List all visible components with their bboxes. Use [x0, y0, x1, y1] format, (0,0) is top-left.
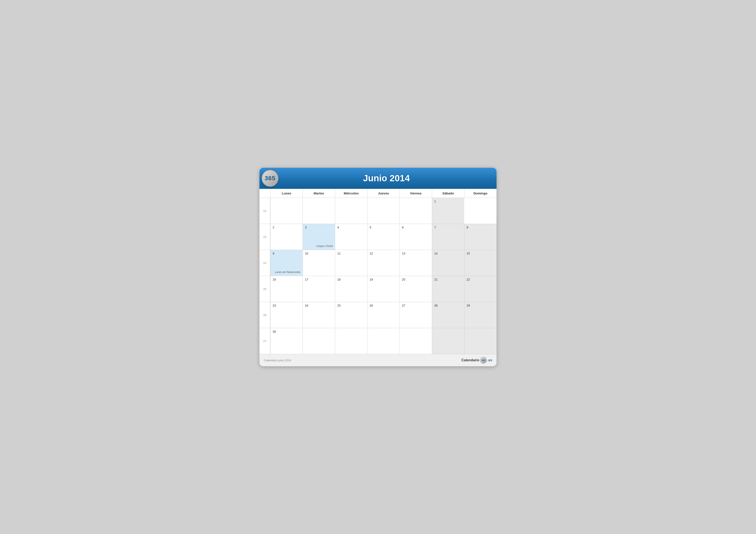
- day-number-w1-d2: 4: [337, 226, 365, 229]
- day-cell-w2-d2[interactable]: 11: [335, 250, 367, 276]
- week-number-2: 24: [259, 250, 270, 276]
- day-cell-w4-d4[interactable]: 27: [399, 302, 432, 328]
- day-header-jueves: Jueves: [367, 189, 399, 198]
- footer-tld: .es: [487, 358, 492, 362]
- week-number-1: 23: [259, 224, 270, 250]
- day-number-w2-d4: 13: [402, 252, 430, 255]
- day-cell-w5-d1[interactable]: [303, 328, 335, 354]
- day-header-lunes: Lunes: [270, 189, 303, 198]
- day-number-w4-d2: 25: [337, 304, 365, 307]
- day-cell-w4-d0[interactable]: 23: [270, 302, 303, 328]
- day-headers-row: Lunes Martes Miércoles Jueves Viernes Sá…: [259, 189, 497, 198]
- day-cell-w5-d3[interactable]: [367, 328, 399, 354]
- footer-logo: 365: [480, 357, 487, 364]
- day-cell-w0-d2[interactable]: [335, 198, 367, 224]
- day-number-w3-d3: 19: [369, 278, 397, 281]
- day-cell-w2-d6[interactable]: 15: [464, 250, 497, 276]
- day-cell-w1-d1[interactable]: 3Corpus Christi: [303, 224, 335, 250]
- day-number-w2-d0: 9: [273, 252, 300, 255]
- day-cell-w0-d1[interactable]: [303, 198, 335, 224]
- day-number-w4-d3: 26: [369, 304, 397, 307]
- day-cell-w1-d0[interactable]: 2: [270, 224, 303, 250]
- day-cell-w0-d3[interactable]: [367, 198, 399, 224]
- day-number-w0-d5: 1: [434, 200, 462, 203]
- day-cell-w5-d5[interactable]: [432, 328, 464, 354]
- day-cell-w2-d3[interactable]: 12: [367, 250, 399, 276]
- day-cell-w0-d0[interactable]: [270, 198, 303, 224]
- day-cell-w5-d4[interactable]: [399, 328, 432, 354]
- week-row-4: 2623242526272829: [259, 302, 497, 328]
- day-cell-w3-d3[interactable]: 19: [367, 276, 399, 302]
- day-cell-w4-d2[interactable]: 25: [335, 302, 367, 328]
- day-cell-w2-d5[interactable]: 14: [432, 250, 464, 276]
- calendar-title: Junio 2014: [283, 173, 490, 184]
- day-number-w3-d0: 16: [273, 278, 300, 281]
- day-cell-w3-d2[interactable]: 18: [335, 276, 367, 302]
- day-number-w4-d5: 28: [434, 304, 462, 307]
- day-number-w3-d1: 17: [305, 278, 333, 281]
- week-number-3: 25: [259, 276, 270, 302]
- footer-label: Calendario junio 2014: [264, 359, 291, 362]
- week-number-4: 26: [259, 302, 270, 328]
- day-cell-w2-d0[interactable]: 9Lunes de Pentecostés: [270, 250, 303, 276]
- day-number-w2-d6: 15: [467, 252, 494, 255]
- day-cell-w5-d6[interactable]: [464, 328, 497, 354]
- calendar-container: 365 Junio 2014 Lunes Martes Miércoles Ju…: [259, 168, 497, 366]
- day-number-w4-d0: 23: [273, 304, 300, 307]
- day-cell-w1-d2[interactable]: 4: [335, 224, 367, 250]
- day-number-w3-d4: 20: [402, 278, 430, 281]
- week-row-0: 221: [259, 198, 497, 224]
- week-row-1: 2323Corpus Christi45678: [259, 224, 497, 250]
- day-number-w3-d2: 18: [337, 278, 365, 281]
- day-number-w2-d1: 10: [305, 252, 333, 255]
- logo-circle: 365: [262, 170, 279, 187]
- day-cell-w0-d5[interactable]: 1: [432, 198, 464, 224]
- logo-text: 365: [265, 175, 275, 182]
- day-cell-w5-d0[interactable]: 30: [270, 328, 303, 354]
- day-cell-w1-d4[interactable]: 6: [399, 224, 432, 250]
- day-cell-w3-d0[interactable]: 16: [270, 276, 303, 302]
- calendar-footer: Calendario junio 2014 Calendario 365 .es: [259, 354, 497, 366]
- week-row-2: 249Lunes de Pentecostés101112131415: [259, 250, 497, 276]
- day-number-w4-d4: 27: [402, 304, 430, 307]
- day-cell-w1-d6[interactable]: 8: [464, 224, 497, 250]
- calendar-body: Lunes Martes Miércoles Jueves Viernes Sá…: [259, 189, 497, 354]
- footer-brand: Calendario 365 .es: [461, 357, 492, 364]
- day-number-w1-d4: 6: [402, 226, 430, 229]
- day-cell-w2-d1[interactable]: 10: [303, 250, 335, 276]
- day-cell-w3-d6[interactable]: 22: [464, 276, 497, 302]
- day-number-w3-d5: 21: [434, 278, 462, 281]
- day-number-w4-d1: 24: [305, 304, 333, 307]
- calendar-header: 365 Junio 2014: [259, 168, 497, 189]
- day-header-martes: Martes: [303, 189, 335, 198]
- week-num-header-spacer: [259, 189, 270, 198]
- day-cell-w4-d1[interactable]: 24: [303, 302, 335, 328]
- day-event-w1-d1: Corpus Christi: [316, 244, 333, 248]
- day-cell-w5-d2[interactable]: [335, 328, 367, 354]
- day-cell-w4-d6[interactable]: 29: [464, 302, 497, 328]
- day-number-w1-d5: 7: [434, 226, 462, 229]
- week-row-5: 2730: [259, 328, 497, 354]
- day-cell-w4-d3[interactable]: 26: [367, 302, 399, 328]
- day-cell-w1-d5[interactable]: 7: [432, 224, 464, 250]
- day-cell-w3-d4[interactable]: 20: [399, 276, 432, 302]
- day-header-sabado: Sábado: [432, 189, 464, 198]
- day-cell-w1-d3[interactable]: 5: [367, 224, 399, 250]
- day-event-w2-d0: Lunes de Pentecostés: [275, 271, 300, 274]
- day-number-w1-d0: 2: [273, 226, 300, 229]
- day-number-w1-d1: 3: [305, 226, 333, 229]
- day-cell-w2-d4[interactable]: 13: [399, 250, 432, 276]
- footer-brand-text: Calendario: [461, 358, 479, 362]
- day-cell-w3-d1[interactable]: 17: [303, 276, 335, 302]
- day-number-w1-d6: 8: [467, 226, 494, 229]
- day-number-w1-d3: 5: [369, 226, 397, 229]
- day-cell-w0-d4[interactable]: [399, 198, 432, 224]
- day-cell-w3-d5[interactable]: 21: [432, 276, 464, 302]
- day-header-viernes: Viernes: [399, 189, 432, 198]
- week-row-3: 2516171819202122: [259, 276, 497, 302]
- day-number-w2-d5: 14: [434, 252, 462, 255]
- day-cell-w4-d5[interactable]: 28: [432, 302, 464, 328]
- day-header-miercoles: Miércoles: [335, 189, 367, 198]
- day-header-domingo: Domingo: [464, 189, 497, 198]
- calendar-grid: 2212323Corpus Christi45678249Lunes de Pe…: [259, 198, 497, 354]
